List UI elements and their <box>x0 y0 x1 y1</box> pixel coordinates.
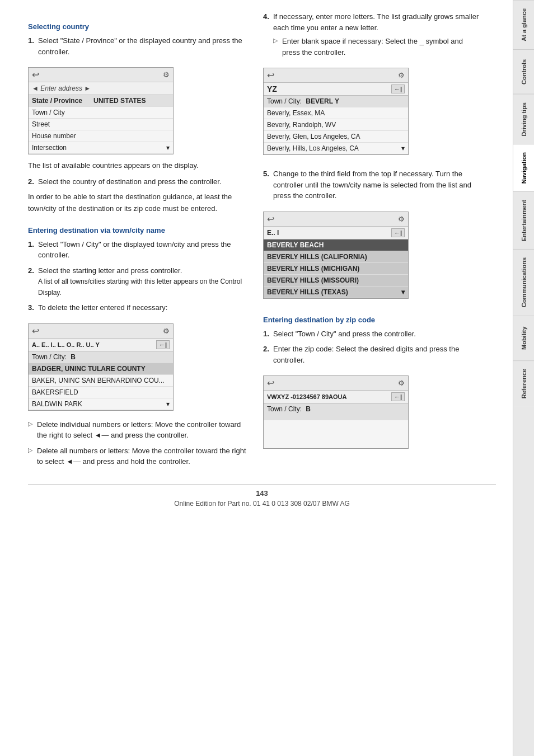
baldwin-item[interactable]: BALDWIN PARK ▾ <box>29 398 173 410</box>
zip-step-2: 2. Enter the zip code: Select the desire… <box>263 344 481 365</box>
beverly-hills-la[interactable]: Beverly, Hills, Los Angeles, CA ▾ <box>264 143 408 154</box>
town-step-text-2: Select the starting letter and press con… <box>38 265 246 298</box>
house-number-item[interactable]: House number <box>29 130 173 142</box>
device-display-4: ↩ ⚙ E.. I ←| BEVERLY BEACH BEVERLY HILLS… <box>263 212 409 299</box>
device-display-1: ↩ ⚙ ◄ Enter address ► State / Province U… <box>28 67 174 154</box>
scroll-down-icon-3: ▾ <box>401 144 405 152</box>
backspace-button-4[interactable]: ←| <box>391 228 405 237</box>
enter-address-row: ◄ Enter address ► <box>29 82 173 95</box>
zip-town-city-row: Town / City: B <box>264 403 408 420</box>
back-button-4[interactable]: ↩ <box>267 214 274 224</box>
step-4: 4. If necessary, enter more letters. The… <box>263 11 481 58</box>
ei-input: E.. I <box>267 229 279 237</box>
step-2-selecting-country: 2. Select the country of destination and… <box>28 176 246 187</box>
device-display-3: ↩ ⚙ YZ ←| Town / City: BEVERL Y Beverly,… <box>263 68 409 155</box>
town-step-text-3: To delete the letter entered if necessar… <box>38 302 246 313</box>
town-city-label-3: Town / City: <box>267 97 302 105</box>
back-button-3[interactable]: ↩ <box>267 70 274 81</box>
bullet-arrow-1: ▷ <box>28 419 37 441</box>
intersection-item[interactable]: Intersection ▾ <box>29 142 173 154</box>
beverly-glen[interactable]: Beverly, Glen, Los Angeles, CA <box>264 131 408 143</box>
beverly-hills-mo-item[interactable]: BEVERLY HILLS (MISSOURI) <box>264 275 408 287</box>
device-screen-1: ↩ ⚙ ◄ Enter address ► State / Province U… <box>28 62 174 160</box>
town-step-num-1: 1. <box>28 239 38 261</box>
intersection-label: Intersection <box>32 144 67 152</box>
town-city-item[interactable]: Town / City <box>29 107 173 119</box>
device-header-4: ↩ ⚙ <box>264 212 408 227</box>
device-header-5: ↩ ⚙ <box>264 376 408 391</box>
enter-address-label: ◄ Enter address ► <box>32 84 91 92</box>
zip-town-city-value: B <box>306 405 311 413</box>
beverl-y-row: Town / City: BEVERL Y <box>264 96 408 107</box>
zip-step-text-2: Enter the zip code: Select the desired d… <box>273 344 481 365</box>
beverly-hills-ca-item[interactable]: BEVERLY HILLS (CALIFORNIA) <box>264 251 408 263</box>
badger-item[interactable]: BADGER, UNINC TULARE COUNTY <box>29 363 173 375</box>
backspace-button-5[interactable]: ←| <box>391 392 405 401</box>
step-3-town: 3. To delete the letter entered if neces… <box>28 302 246 313</box>
tab-controls[interactable]: Controls <box>513 49 534 94</box>
section-heading-town-city: Entering destination via town/city name <box>28 226 246 234</box>
back-button-2[interactable]: ↩ <box>32 326 39 336</box>
town-step-num-3: 3. <box>28 302 38 313</box>
backspace-button-2[interactable]: ←| <box>156 340 170 349</box>
town-city-value-2: B <box>71 353 76 361</box>
step-1-selecting-country: 1. Select "State / Province" or the disp… <box>28 35 246 57</box>
scroll-down-icon-4: ▾ <box>401 288 405 296</box>
beverly-hills-mi-item[interactable]: BEVERLY HILLS (MICHIGAN) <box>264 263 408 275</box>
zip-step-1: 1. Select "Town / City" and press the co… <box>263 328 481 340</box>
keyboard-input-5[interactable]: VWXYZ -01234567 89AOUA ←| <box>264 391 408 403</box>
beverly-randolph[interactable]: Beverly, Randolph, WV <box>264 119 408 131</box>
delete-bullet-2: ▷ Delete all numbers or letters: Move th… <box>28 445 246 467</box>
zip-step-num-1: 1. <box>263 328 273 340</box>
settings-icon-4[interactable]: ⚙ <box>398 215 405 223</box>
state-label: State / Province <box>32 97 93 105</box>
step-2-town: 2. Select the starting letter and press … <box>28 265 246 298</box>
beverly-essex[interactable]: Beverly, Essex, MA <box>264 107 408 119</box>
backspace-button-3[interactable]: ←| <box>391 84 405 93</box>
zip-town-city-label: Town / City: <box>267 405 302 413</box>
back-button-5[interactable]: ↩ <box>267 378 274 388</box>
tab-driving-tips[interactable]: Driving tips <box>513 94 534 144</box>
baldwin-label: BALDWIN PARK <box>32 400 82 408</box>
settings-icon-3[interactable]: ⚙ <box>398 71 405 79</box>
tab-mobility[interactable]: Mobility <box>513 316 534 360</box>
yz-input: YZ <box>267 84 277 93</box>
step-5: 5. Change to the third field from the to… <box>263 168 481 201</box>
keyboard-input-3[interactable]: YZ ←| <box>264 83 408 96</box>
town-city-value-3: BEVERL Y <box>306 97 339 105</box>
bakersfield-item[interactable]: BAKERSFIELD <box>29 387 173 398</box>
tab-communications[interactable]: Communications <box>513 249 534 315</box>
baker-item[interactable]: BAKER, UNINC SAN BERNARDINO COU... <box>29 375 173 387</box>
delete-bullet-1: ▷ Delete individual numbers or letters: … <box>28 419 246 441</box>
footer-text: Online Edition for Part no. 01 41 0 013 … <box>28 500 496 508</box>
tab-reference[interactable]: Reference <box>513 360 534 406</box>
device-screen-3: ↩ ⚙ YZ ←| Town / City: BEVERL Y Beverly,… <box>263 62 409 161</box>
beverly-hills-tx-label: BEVERLY HILLS (TEXAS) <box>267 288 348 296</box>
settings-icon-1[interactable]: ⚙ <box>163 71 170 79</box>
step4-bullet-text: Enter blank space if necessary: Select t… <box>282 36 481 58</box>
state-value: UNITED STATES <box>93 97 146 105</box>
town-step-num-2: 2. <box>28 265 38 298</box>
scroll-down-icon-2: ▾ <box>166 400 170 408</box>
tab-navigation[interactable]: Navigation <box>513 144 534 191</box>
zip-keyboard: VWXYZ -01234567 89AOUA <box>267 393 346 400</box>
back-button-1[interactable]: ↩ <box>32 69 39 80</box>
device-header-3: ↩ ⚙ <box>264 68 408 83</box>
beverly-hills-tx-item[interactable]: BEVERLY HILLS (TEXAS) ▾ <box>264 287 408 298</box>
page-footer: 143 Online Edition for Part no. 01 41 0 … <box>28 484 496 508</box>
beverly-beach-item[interactable]: BEVERLY BEACH <box>264 240 408 251</box>
zip-step-num-2: 2. <box>263 344 273 365</box>
keyboard-input-2[interactable]: A.. E.. I.. L.. O.. R.. U.. Y ←| <box>29 339 173 351</box>
town-step-sub-2: A list of all towns/cities starting with… <box>38 278 242 297</box>
settings-icon-2[interactable]: ⚙ <box>163 327 170 335</box>
device-header-2: ↩ ⚙ <box>29 324 173 339</box>
state-province-row[interactable]: State / Province UNITED STATES <box>29 95 173 107</box>
street-item[interactable]: Street <box>29 119 173 130</box>
tab-at-a-glance[interactable]: At a glance <box>513 0 534 49</box>
settings-icon-5[interactable]: ⚙ <box>398 379 405 387</box>
tab-entertainment[interactable]: Entertainment <box>513 191 534 249</box>
bullet-arrow-2: ▷ <box>28 445 37 467</box>
step-num-2: 2. <box>28 176 38 187</box>
keyboard-input-4[interactable]: E.. I ←| <box>264 227 408 240</box>
step-num: 1. <box>28 35 38 57</box>
